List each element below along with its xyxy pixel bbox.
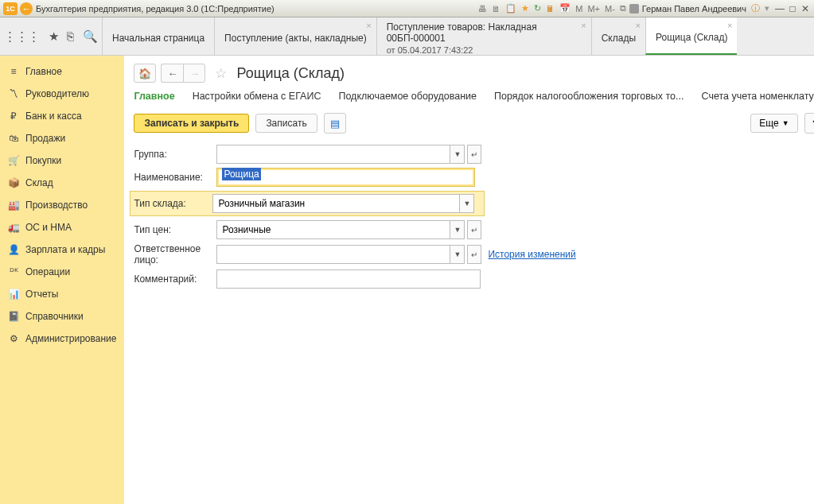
sidebar-item-warehouse[interactable]: 📦Склад xyxy=(0,172,124,194)
open-ref-button[interactable]: ↵ xyxy=(467,145,481,164)
reports-icon: 📊 xyxy=(8,289,19,300)
dropdown-button[interactable]: ▼ xyxy=(450,245,465,264)
page-title: Рощица (Склад) xyxy=(236,65,345,82)
favorite-toggle-icon[interactable]: ☆ xyxy=(215,65,227,82)
home-icon: ≡ xyxy=(8,66,19,77)
type-input[interactable] xyxy=(212,194,460,213)
tab-warehouses[interactable]: Склады× xyxy=(591,17,645,55)
ruble-icon: ₽ xyxy=(8,110,19,122)
help-button[interactable]: ? xyxy=(804,113,814,134)
name-input[interactable]: Рощица xyxy=(216,168,475,187)
price-input[interactable] xyxy=(216,220,450,239)
sidebar-item-operations[interactable]: ᴰᴷОперации xyxy=(0,261,124,283)
sidebar-item-sales[interactable]: 🛍Продажи xyxy=(0,127,124,149)
doc-icon[interactable]: 🗎 xyxy=(490,4,502,14)
gear-icon: ⚙ xyxy=(8,333,19,344)
minimize-button[interactable]: — xyxy=(774,3,785,14)
type-label: Тип склада: xyxy=(134,198,212,209)
dropdown-button[interactable]: ▼ xyxy=(460,194,474,213)
box-icon: 📦 xyxy=(8,177,19,188)
subtab-accounts[interactable]: Счета учета номенклатуры xyxy=(702,91,815,102)
info-icon[interactable]: ⓘ xyxy=(750,2,761,14)
chart-icon: 〽 xyxy=(8,88,19,99)
more-button[interactable]: Еще▼ xyxy=(750,114,797,133)
sidebar-item-admin[interactable]: ⚙Администрирование xyxy=(0,328,124,350)
responsible-label: Ответственное лицо: xyxy=(134,243,216,266)
tab-home[interactable]: Начальная страница xyxy=(102,17,214,55)
price-label: Тип цен: xyxy=(134,224,216,235)
comment-label: Комментарий: xyxy=(134,273,216,285)
sidebar-item-main[interactable]: ≡Главное xyxy=(0,60,124,83)
truck-icon: 🚛 xyxy=(8,222,19,233)
sidebar-item-production[interactable]: 🏭Производство xyxy=(0,194,124,216)
search-icon[interactable]: 🔍 xyxy=(83,29,98,44)
operations-icon: ᴰᴷ xyxy=(8,266,19,277)
tab-receipt-doc[interactable]: Поступление товаров: Накладная 00БП-0000… xyxy=(376,17,591,55)
windows-icon[interactable]: ⧉ xyxy=(618,3,628,14)
subtab-egais[interactable]: Настройки обмена с ЕГАИС xyxy=(193,91,321,102)
open-ref-button[interactable]: ↵ xyxy=(467,220,481,239)
chevron-down-icon: ▼ xyxy=(782,119,789,127)
save-close-button[interactable]: Записать и закрыть xyxy=(134,114,249,133)
home-button[interactable]: 🏠 xyxy=(134,64,156,83)
avatar-icon xyxy=(629,4,639,14)
tabbar-tools: ⋮⋮⋮ ★ ⎘ 🔍 xyxy=(0,17,102,55)
favorite-icon[interactable]: ★ xyxy=(520,3,531,14)
comment-input[interactable] xyxy=(216,269,481,289)
user-name: Герман Павел Андреевич xyxy=(641,4,748,14)
save-button[interactable]: Записать xyxy=(255,114,317,133)
window-controls: — □ ✕ xyxy=(774,3,811,14)
dropdown-button[interactable]: ▼ xyxy=(450,145,465,164)
grid-icon[interactable]: ⋮⋮⋮ xyxy=(4,29,40,44)
star-icon[interactable]: ★ xyxy=(49,29,59,44)
nav-forward-button[interactable]: → xyxy=(183,64,205,83)
tab-bar: ⋮⋮⋮ ★ ⎘ 🔍 Начальная страница Поступление… xyxy=(0,17,814,56)
close-icon[interactable]: × xyxy=(727,21,732,30)
clipboard-icon[interactable]: 📋 xyxy=(504,3,518,14)
sidebar-item-purchases[interactable]: 🛒Покупки xyxy=(0,149,124,172)
window-title: Бухгалтерия предприятия, редакция 3.0 (1… xyxy=(36,4,477,14)
m-button[interactable]: M xyxy=(574,4,584,14)
calendar-icon[interactable]: 📅 xyxy=(558,3,572,14)
back-icon[interactable]: ← xyxy=(20,2,33,15)
mplus-button[interactable]: M+ xyxy=(586,4,602,14)
person-icon: 👤 xyxy=(8,244,19,255)
responsible-input[interactable] xyxy=(216,245,450,264)
sidebar-item-assets[interactable]: 🚛ОС и НМА xyxy=(0,216,124,238)
task-icon[interactable]: ⎘ xyxy=(67,29,74,43)
journal-button[interactable]: ▤ xyxy=(324,113,346,134)
book-icon: 📓 xyxy=(8,311,19,322)
sidebar-item-manager[interactable]: 〽Руководителю xyxy=(0,83,124,105)
sidebar-item-bank[interactable]: ₽Банк и касса xyxy=(0,105,124,127)
history-link[interactable]: История изменений xyxy=(488,249,575,260)
calc-icon[interactable]: 🖩 xyxy=(544,4,556,14)
subtab-tax[interactable]: Порядок налогообложения торговых то... xyxy=(494,91,684,102)
history-icon[interactable]: ↻ xyxy=(532,3,543,14)
titlebar-toolbar: 🖶 🗎 📋 ★ ↻ 🖩 📅 M M+ M- ⧉ Герман Павел Анд… xyxy=(477,2,771,14)
sidebar-item-salary[interactable]: 👤Зарплата и кадры xyxy=(0,238,124,261)
cart-icon: 🛒 xyxy=(8,155,19,166)
close-icon[interactable]: × xyxy=(366,21,371,30)
print-icon[interactable]: 🖶 xyxy=(477,4,489,14)
subtab-main[interactable]: Главное xyxy=(134,91,174,102)
sidebar-item-reports[interactable]: 📊Отчеты xyxy=(0,283,124,305)
close-icon[interactable]: × xyxy=(636,21,641,30)
name-label: Наименование: xyxy=(134,172,216,183)
window-titlebar: 1C ← Бухгалтерия предприятия, редакция 3… xyxy=(0,0,814,17)
open-ref-button[interactable]: ↵ xyxy=(467,245,481,264)
sidebar: ≡Главное 〽Руководителю ₽Банк и касса 🛍Пр… xyxy=(0,56,124,504)
content-area: 🏠 ← → ☆ Рощица (Склад) × Главное Настрой… xyxy=(124,56,814,504)
tab-warehouse-card[interactable]: Рощица (Склад)× xyxy=(645,17,737,55)
group-input[interactable] xyxy=(216,145,450,164)
mminus-button[interactable]: M- xyxy=(603,4,617,14)
tab-receipts[interactable]: Поступление (акты, накладные)× xyxy=(214,17,376,55)
close-button[interactable]: ✕ xyxy=(800,3,811,14)
subtab-equipment[interactable]: Подключаемое оборудование xyxy=(338,91,477,102)
bag-icon: 🛍 xyxy=(8,133,19,144)
group-label: Группа: xyxy=(134,149,216,160)
dropdown-button[interactable]: ▼ xyxy=(450,220,465,239)
sidebar-item-references[interactable]: 📓Справочники xyxy=(0,305,124,328)
close-icon[interactable]: × xyxy=(581,21,586,30)
maximize-button[interactable]: □ xyxy=(787,3,798,14)
nav-back-button[interactable]: ← xyxy=(161,64,183,83)
